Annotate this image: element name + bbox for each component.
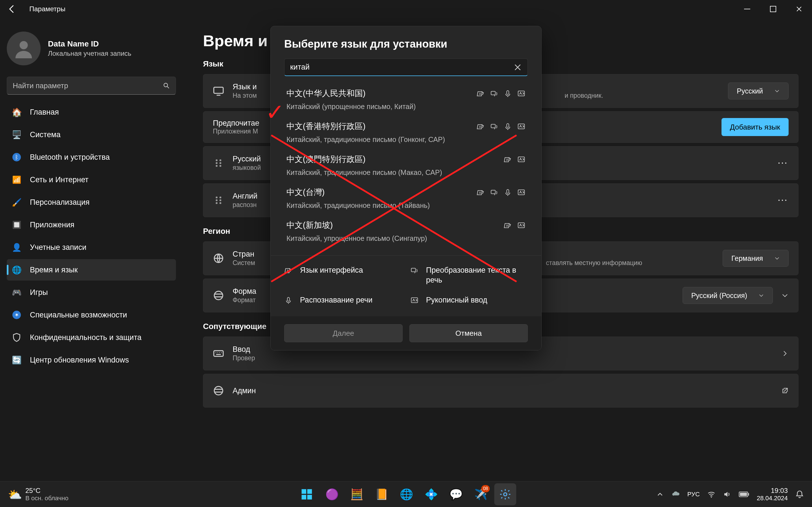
card-admin-language[interactable]: Админ <box>203 374 799 407</box>
add-language-button[interactable]: Добавить язык <box>721 118 789 136</box>
nav-label: Специальные возможности <box>30 311 127 320</box>
keyboard-icon <box>213 348 224 359</box>
tray-expand-icon[interactable] <box>656 490 664 499</box>
nav-label: Центр обновления Windows <box>30 356 129 364</box>
language-option[interactable]: 中文(中华人民共和国)Китайский (упрощенное письмо,… <box>284 83 528 116</box>
tts-icon <box>490 122 499 131</box>
wifi-icon: 📶 <box>12 175 21 184</box>
close-button[interactable] <box>786 0 812 18</box>
display-icon <box>504 156 512 164</box>
taskbar-pinned: 🟣 🧮 📙 🌐 💠 💬 ✈️08 <box>296 483 516 505</box>
more-button[interactable]: ⋯ <box>777 158 789 169</box>
task-settings[interactable] <box>494 483 516 505</box>
language-option[interactable]: 中文(澳門特別行政區)Китайский, традиционное письм… <box>284 149 528 182</box>
chevron-down-icon <box>774 88 780 94</box>
nav-privacy[interactable]: Конфиденциальность и защита <box>7 327 176 348</box>
language-search-input[interactable] <box>290 63 509 71</box>
maximize-button[interactable] <box>760 0 786 18</box>
display-language-dropdown[interactable]: Русский <box>728 82 789 100</box>
weather-temp: 25°C <box>26 487 68 495</box>
language-option[interactable]: 中文(新加坡)Китайский, упрощенное письмо (Син… <box>284 215 528 247</box>
nav-label: Игры <box>30 288 48 297</box>
task-messenger[interactable]: 💬 <box>445 483 467 505</box>
search-settings[interactable] <box>7 76 176 95</box>
nav-update[interactable]: 🔄 Центр обновления Windows <box>7 349 176 371</box>
next-button[interactable]: Далее <box>284 324 403 342</box>
home-icon: 🏠 <box>12 107 21 117</box>
nav-accessibility[interactable]: ✶ Специальные возможности <box>7 304 176 326</box>
nav-accounts[interactable]: 👤 Учетные записи <box>7 237 176 258</box>
window-title: Параметры <box>29 5 65 13</box>
dialog-title: Выберите язык для установки <box>284 38 528 50</box>
speech-icon <box>504 188 512 197</box>
language-search[interactable] <box>284 59 528 76</box>
nav-system[interactable]: 🖥️ Система <box>7 124 176 145</box>
gamepad-icon: 🎮 <box>12 288 21 297</box>
input-language[interactable]: РУС <box>688 491 700 498</box>
task-sublime[interactable]: 📙 <box>370 483 392 505</box>
task-edge[interactable]: 🌐 <box>395 483 417 505</box>
nav-list: 🏠 Главная 🖥️ Система ᛒ Bluetooth и устро… <box>7 101 176 371</box>
hand-icon <box>517 221 525 230</box>
account-block[interactable]: Data Name ID Локальная учетная запись <box>7 32 176 65</box>
language-native-name: 中文(台灣) <box>287 187 471 198</box>
nav-time-language[interactable]: 🌐 Время и язык <box>7 259 176 281</box>
card-sub: Провер <box>233 354 773 362</box>
display-lang-icon <box>284 267 293 275</box>
grip-icon[interactable] <box>213 194 224 206</box>
notifications-icon[interactable] <box>795 490 804 499</box>
clock-globe-icon: 🌐 <box>12 265 21 275</box>
task-telegram[interactable]: ✈️08 <box>469 483 492 505</box>
sidebar: Data Name ID Локальная учетная запись 🏠 … <box>7 32 176 371</box>
weather-widget[interactable]: ⛅ 25°C В осн. облачно <box>8 487 68 502</box>
language-features <box>476 88 525 98</box>
language-results: 中文(中华人民共和国)Китайский (упрощенное письмо,… <box>284 83 528 247</box>
start-button[interactable] <box>296 483 318 505</box>
nav-apps[interactable]: 🔲 Приложения <box>7 214 176 235</box>
hand-icon <box>517 156 525 164</box>
back-button[interactable] <box>7 4 17 14</box>
display-icon <box>476 122 485 131</box>
admin-icon <box>213 385 224 396</box>
nav-label: Персонализация <box>30 198 90 207</box>
chevron-down-icon[interactable] <box>781 292 789 299</box>
person-icon: 👤 <box>12 242 21 252</box>
nav-games[interactable]: 🎮 Игры <box>7 282 176 303</box>
cancel-button[interactable]: Отмена <box>409 324 528 342</box>
language-native-name: 中文(香港特別行政區) <box>287 121 471 132</box>
weather-desc: В осн. облачно <box>26 495 68 502</box>
card-title: Админ <box>233 386 773 395</box>
task-copilot[interactable]: 🟣 <box>320 483 343 505</box>
nav-bluetooth[interactable]: ᛒ Bluetooth и устройства <box>7 147 176 168</box>
nav-personalization[interactable]: 🖌️ Персонализация <box>7 191 176 213</box>
nav-home[interactable]: 🏠 Главная <box>7 101 176 123</box>
feature-legend: Язык интерфейса Преобразование текста в … <box>271 256 541 316</box>
grip-icon[interactable] <box>213 158 224 169</box>
task-calculator[interactable]: 🧮 <box>345 483 367 505</box>
onedrive-icon[interactable] <box>672 490 680 499</box>
volume-icon[interactable] <box>723 490 731 499</box>
dialog-actions: Далее Отмена <box>271 316 541 350</box>
language-features <box>504 220 525 230</box>
speech-icon <box>504 122 512 131</box>
battery-icon[interactable] <box>739 490 749 499</box>
language-localized-name: Китайский, традиционное письмо (Тайвань) <box>287 202 471 210</box>
clear-search-button[interactable] <box>513 63 522 71</box>
nav-label: Приложения <box>30 221 74 229</box>
search-input[interactable] <box>13 81 163 90</box>
globe-icon <box>213 252 224 264</box>
language-option[interactable]: 中文(台灣)Китайский, традиционное письмо (Та… <box>284 182 528 215</box>
country-dropdown[interactable]: Германия <box>723 250 789 267</box>
more-button[interactable]: ⋯ <box>777 194 789 206</box>
minimize-button[interactable] <box>734 0 760 18</box>
language-localized-name: Китайский, упрощенное письмо (Сингапур) <box>287 234 498 242</box>
task-obsidian[interactable]: 💠 <box>420 483 442 505</box>
clock[interactable]: 19:03 28.04.2024 <box>757 487 788 502</box>
display-icon <box>504 221 512 230</box>
format-dropdown[interactable]: Русский (Россия) <box>682 287 773 304</box>
legend-speech: Распознавание речи <box>284 295 402 305</box>
wifi-tray-icon[interactable] <box>707 490 716 499</box>
display-icon <box>476 188 485 197</box>
nav-network[interactable]: 📶 Сеть и Интернет <box>7 169 176 190</box>
language-option[interactable]: 中文(香港特別行政區)Китайский, традиционное письм… <box>284 116 528 149</box>
